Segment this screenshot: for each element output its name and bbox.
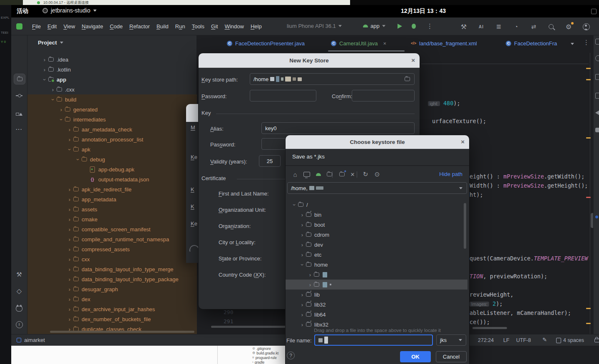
tab-facedetectionpresenter[interactable]: C FaceDetectionPresenter.java xyxy=(227,35,305,51)
project-tree-row[interactable]: ›data_binding_layout_info_type_merge xyxy=(27,264,197,274)
project-tree-row[interactable]: ›compile_and_runtime_not_namespa xyxy=(27,234,197,244)
device-selector[interactable]: lium Phone API 36.1 xyxy=(287,23,342,29)
close-icon[interactable]: × xyxy=(411,57,415,63)
chevron-icon[interactable]: › xyxy=(50,87,56,93)
new-keystore-titlebar[interactable]: New Key Store × xyxy=(199,53,420,68)
chevron-icon[interactable]: › xyxy=(67,126,72,133)
delete-icon[interactable]: ✕ xyxy=(349,171,356,178)
running-devices-icon[interactable] xyxy=(595,93,599,99)
project-tree-row[interactable]: app-debug.apk xyxy=(27,164,197,174)
chevron-icon[interactable]: › xyxy=(299,262,306,267)
keystore-path-input[interactable]: /home xyxy=(250,73,415,85)
project-tree-row[interactable]: ›desugar_graph xyxy=(27,284,197,294)
stripe-more-icon[interactable]: ··· xyxy=(14,124,25,134)
tab-close-icon[interactable]: × xyxy=(383,40,386,47)
account-icon[interactable] xyxy=(582,23,590,30)
stripe-build-icon[interactable]: ⚒ xyxy=(14,270,25,280)
project-tree-row[interactable]: ›cxx xyxy=(27,254,197,264)
menu-item-run[interactable]: Run xyxy=(172,17,189,35)
profiler-icon[interactable]: ◔ xyxy=(512,23,520,30)
hide-path-link[interactable]: Hide path xyxy=(439,171,462,177)
chevron-icon[interactable]: › xyxy=(67,286,72,292)
chooser-tree-row[interactable]: › xyxy=(286,270,467,280)
chooser-tree-row[interactable]: ›lib xyxy=(286,290,467,300)
chevron-icon[interactable]: › xyxy=(58,116,65,122)
project-tree-row[interactable]: ›app_metadata xyxy=(27,194,197,204)
cancel-button[interactable]: Cancel xyxy=(436,351,467,362)
run-button[interactable] xyxy=(398,24,402,29)
stripe-app-quality-insights-icon[interactable] xyxy=(14,304,25,314)
more-actions-button[interactable]: ⋮ xyxy=(427,22,433,30)
notifications-icon[interactable] xyxy=(595,39,599,45)
chevron-icon[interactable]: › xyxy=(307,272,313,278)
device-manager-stripe-icon[interactable] xyxy=(595,74,599,80)
chooser-path-combobox[interactable]: /home, xyxy=(287,182,467,194)
status-line-ending[interactable]: LF xyxy=(503,337,510,343)
chooser-tree-row[interactable]: ›boot xyxy=(286,220,467,230)
remote-bar-tab[interactable]: 10.00.04.17 - 远程桌面连接 xyxy=(23,0,350,5)
chooser-tree-row[interactable]: ›etc xyxy=(286,250,467,260)
chevron-icon[interactable]: › xyxy=(67,226,72,233)
chooser-tree-row[interactable]: ›lib32 xyxy=(286,300,467,310)
tab-base-fragment-xml[interactable]: </> land/base_fragment.xml xyxy=(411,35,477,51)
key-alias-input[interactable]: key0 xyxy=(261,122,415,134)
chevron-icon[interactable]: › xyxy=(67,186,72,193)
chevron-icon[interactable]: › xyxy=(299,212,305,218)
menu-item-window[interactable]: Window xyxy=(221,17,247,35)
chevron-icon[interactable]: › xyxy=(75,156,81,162)
project-tree-row[interactable]: ›aar_metadata_check xyxy=(27,124,197,134)
chooser-titlebar[interactable]: Choose keystore file × xyxy=(286,135,469,149)
chevron-icon[interactable]: › xyxy=(299,292,305,298)
stripe-project-icon[interactable] xyxy=(14,74,25,84)
chooser-tree-row[interactable]: ›lib64 xyxy=(286,310,467,319)
project-tree-row[interactable]: ›annotation_processor_list xyxy=(27,134,197,144)
chevron-icon[interactable]: › xyxy=(67,216,72,223)
tab-camerautil[interactable]: C CameraUtil.java × xyxy=(331,35,386,51)
chevron-icon[interactable]: › xyxy=(42,77,48,82)
chevron-icon[interactable]: › xyxy=(50,97,56,102)
chooser-tree-row[interactable]: › xyxy=(286,280,467,290)
menu-item-tools[interactable]: Tools xyxy=(189,17,208,35)
stripe-mark-warning[interactable] xyxy=(586,308,591,309)
tray-icon[interactable] xyxy=(591,9,597,14)
highlight-level-icon[interactable]: ✎ xyxy=(542,337,547,343)
menu-item-code[interactable]: Code xyxy=(107,17,126,35)
menu-item-edit[interactable]: Edit xyxy=(44,17,60,35)
project-tree-row[interactable]: ›app xyxy=(27,74,197,84)
chevron-icon[interactable]: › xyxy=(67,236,72,243)
project-tree-row[interactable]: {}output-metadata.json xyxy=(27,174,197,184)
browse-folder-icon[interactable] xyxy=(405,77,410,81)
chevron-icon[interactable]: › xyxy=(299,252,305,258)
new-folder-icon[interactable]: + xyxy=(338,171,345,178)
stripe-resource-manager-icon[interactable]: ◇ xyxy=(14,286,25,296)
chevron-icon[interactable]: › xyxy=(67,206,72,213)
chooser-tree-scrollbar[interactable] xyxy=(464,203,466,249)
chevron-icon[interactable]: › xyxy=(67,146,73,152)
chevron-icon[interactable]: › xyxy=(291,202,298,208)
chevron-icon[interactable]: › xyxy=(67,296,72,302)
chevron-icon[interactable]: › xyxy=(67,276,72,282)
chooser-tree-row[interactable]: ›bin xyxy=(286,210,467,220)
tab-options-icon[interactable]: ⋮ xyxy=(583,39,589,46)
chevron-icon[interactable]: › xyxy=(299,302,305,308)
project-tree-row[interactable]: ›dex_number_of_buckets_file xyxy=(27,314,197,324)
project-tree-row[interactable]: ›apk xyxy=(27,144,197,154)
android-icon[interactable] xyxy=(315,171,322,178)
stripe-problems-icon[interactable]: ! xyxy=(14,319,25,329)
chevron-icon[interactable]: › xyxy=(67,246,72,253)
project-tree-row[interactable]: ›dex xyxy=(27,294,197,304)
chevron-icon[interactable]: › xyxy=(67,136,72,143)
project-panel-header[interactable]: Project xyxy=(38,40,63,46)
status-caret-position[interactable]: 272:24 xyxy=(478,337,494,343)
chevron-icon[interactable]: › xyxy=(299,322,305,328)
editor-hscrollbar[interactable] xyxy=(472,327,507,329)
stripe-mark-warning[interactable] xyxy=(586,323,591,324)
project-tree-row[interactable]: ›compatible_screen_manifest xyxy=(27,224,197,234)
project-tree-row[interactable]: ›build xyxy=(27,94,197,104)
project-tree-row[interactable]: ›intermediates xyxy=(27,114,197,124)
desktop-icon[interactable] xyxy=(303,171,311,178)
chevron-icon[interactable]: › xyxy=(299,232,305,238)
chooser-tree-row[interactable]: ›cdrom xyxy=(286,230,467,240)
menu-item-git[interactable]: Git xyxy=(208,17,221,35)
project-tree-row[interactable]: ›debug xyxy=(27,154,197,164)
